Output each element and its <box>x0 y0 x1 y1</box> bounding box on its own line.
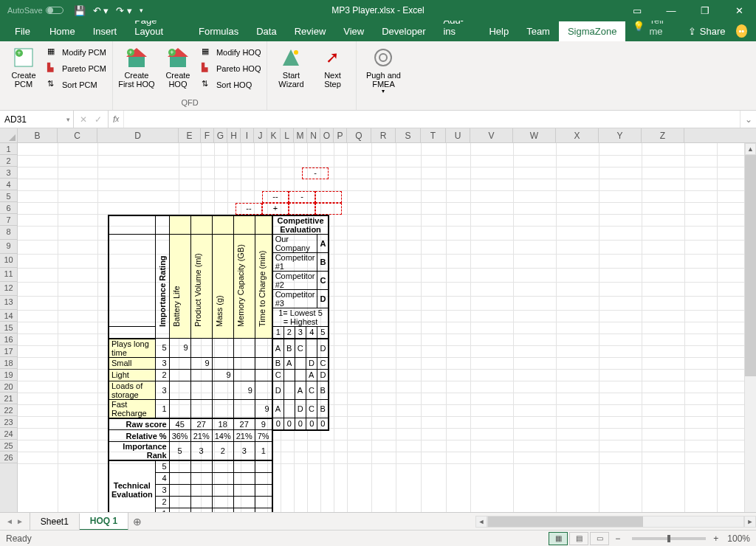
tab-sigmazone[interactable]: SigmaZone <box>559 21 625 41</box>
column-header[interactable]: L <box>281 128 294 142</box>
enter-formula-icon[interactable]: ✓ <box>94 114 102 125</box>
start-wizard-button[interactable]: Start Wizard <box>272 44 310 108</box>
tab-review[interactable]: Review <box>286 21 335 41</box>
row-header[interactable]: 15 <box>0 322 17 334</box>
column-header[interactable]: O <box>320 128 334 142</box>
zoom-level[interactable]: 100% <box>727 533 750 544</box>
row-header[interactable]: 19 <box>0 369 17 381</box>
scroll-right-icon[interactable]: ► <box>744 516 756 528</box>
tab-team[interactable]: Team <box>518 21 559 41</box>
create-hoq-button[interactable]: + Create HOQ <box>159 44 197 98</box>
column-header[interactable]: M <box>294 128 307 142</box>
row-header[interactable]: 7 <box>0 214 17 226</box>
cancel-formula-icon[interactable]: ✕ <box>80 114 87 125</box>
tab-formulas[interactable]: Formulas <box>190 21 247 41</box>
column-header[interactable]: K <box>267 128 281 142</box>
column-header[interactable]: Z <box>642 128 684 142</box>
next-step-button[interactable]: ➚ Next Step <box>313 44 351 108</box>
sheet-nav-first-icon[interactable]: ◄ <box>6 517 13 525</box>
row-header[interactable]: 1 <box>0 143 17 155</box>
zoom-slider[interactable] <box>632 537 706 540</box>
sort-pcm-button[interactable]: ⇅Sort PCM <box>46 77 108 93</box>
page-layout-view-button[interactable]: ▤ <box>569 532 588 545</box>
feedback-smiley-icon[interactable]: •• <box>736 24 747 38</box>
column-header[interactable]: N <box>307 128 320 142</box>
row-header[interactable]: 4 <box>0 179 17 190</box>
minimize-button[interactable]: — <box>654 0 688 21</box>
column-header[interactable]: J <box>254 128 267 142</box>
create-pcm-button[interactable]: + Create PCM <box>4 44 43 108</box>
share-button[interactable]: ⇪ Share <box>681 21 733 41</box>
tab-home[interactable]: Home <box>41 21 84 41</box>
formula-bar-expand-icon[interactable]: ⌄ <box>740 111 756 128</box>
tab-data[interactable]: Data <box>247 21 285 41</box>
new-sheet-button[interactable]: ⊕ <box>128 516 146 528</box>
sort-hoq-button[interactable]: ⇅Sort HOQ <box>200 77 263 93</box>
row-header[interactable]: 3 <box>0 167 17 179</box>
row-header[interactable]: 22 <box>0 404 17 416</box>
column-header[interactable]: V <box>470 128 513 142</box>
autosave-toggle[interactable]: AutoSave <box>7 6 63 15</box>
zoom-out-button[interactable]: − <box>615 533 620 544</box>
save-icon[interactable]: 💾 <box>74 5 86 16</box>
autosave-switch[interactable] <box>46 7 63 14</box>
tab-help[interactable]: Help <box>480 21 518 41</box>
vscroll-thumb[interactable] <box>745 155 756 376</box>
worksheet-area[interactable]: 1234567891011121314151617181920212223242… <box>0 143 756 530</box>
row-header[interactable]: 18 <box>0 357 17 369</box>
column-header[interactable]: D <box>97 128 179 142</box>
tab-insert[interactable]: Insert <box>84 21 126 41</box>
row-header[interactable]: 9 <box>0 240 17 254</box>
column-header[interactable]: E <box>179 128 201 142</box>
row-header[interactable]: 11 <box>0 268 17 282</box>
ribbon-display-options-icon[interactable]: ▭ <box>620 0 654 21</box>
row-header[interactable]: 10 <box>0 254 17 268</box>
row-header[interactable]: 14 <box>0 310 17 322</box>
pareto-hoq-button[interactable]: ▙Pareto HOQ <box>200 61 263 77</box>
scroll-left-icon[interactable]: ◄ <box>475 516 487 528</box>
formula-input[interactable] <box>124 111 740 128</box>
redo-icon[interactable]: ↷ ▾ <box>116 5 132 16</box>
row-header[interactable]: 8 <box>0 226 17 240</box>
tab-developer[interactable]: Developer <box>373 21 434 41</box>
column-header[interactable]: X <box>556 128 599 142</box>
sheet-nav-last-icon[interactable]: ► <box>16 517 24 525</box>
column-header[interactable]: Y <box>599 128 642 142</box>
sheet-tab-sheet1[interactable]: Sheet1 <box>30 514 80 530</box>
vertical-scrollbar[interactable]: ▲ ▼ <box>744 143 756 530</box>
column-header[interactable]: B <box>18 128 58 142</box>
restore-button[interactable]: ❐ <box>688 0 722 21</box>
row-header[interactable]: 6 <box>0 202 17 214</box>
row-header[interactable]: 2 <box>0 155 17 167</box>
zoom-in-button[interactable]: + <box>713 533 718 544</box>
modify-pcm-button[interactable]: ▦Modify PCM <box>46 44 108 61</box>
row-header[interactable]: 24 <box>0 428 17 440</box>
normal-view-button[interactable]: ▦ <box>549 532 568 545</box>
name-box[interactable]: AD31 <box>0 111 74 128</box>
select-all-button[interactable] <box>0 128 18 142</box>
pareto-pcm-button[interactable]: ▙Pareto PCM <box>46 61 108 77</box>
fx-icon[interactable]: fx <box>109 111 124 128</box>
column-header[interactable]: G <box>214 128 227 142</box>
horizontal-scrollbar[interactable]: ◄ ► <box>475 516 756 528</box>
row-header[interactable]: 17 <box>0 345 17 357</box>
row-header[interactable]: 23 <box>0 416 17 428</box>
tab-view[interactable]: View <box>334 21 373 41</box>
column-header[interactable]: R <box>371 128 396 142</box>
row-header[interactable]: 16 <box>0 334 17 345</box>
row-header[interactable]: 21 <box>0 393 17 404</box>
close-button[interactable]: ✕ <box>722 0 756 21</box>
sheet-tab-nav[interactable]: ◄► <box>0 517 30 525</box>
column-header[interactable]: Q <box>347 128 371 142</box>
row-header[interactable]: 26 <box>0 452 17 463</box>
grid[interactable]: - -- - -- + <box>18 143 756 530</box>
column-header[interactable]: T <box>421 128 446 142</box>
column-header[interactable]: F <box>201 128 214 142</box>
scroll-up-icon[interactable]: ▲ <box>745 143 756 155</box>
column-header[interactable]: I <box>241 128 254 142</box>
modify-hoq-button[interactable]: ▦Modify HOQ <box>200 44 263 61</box>
create-first-hoq-button[interactable]: + Create First HOQ <box>117 44 156 98</box>
row-header[interactable]: 20 <box>0 381 17 393</box>
sheet-tab-hoq1[interactable]: HOQ 1 <box>80 513 128 531</box>
pugh-fmea-button[interactable]: Pugh and FMEA ▾ <box>361 44 405 108</box>
